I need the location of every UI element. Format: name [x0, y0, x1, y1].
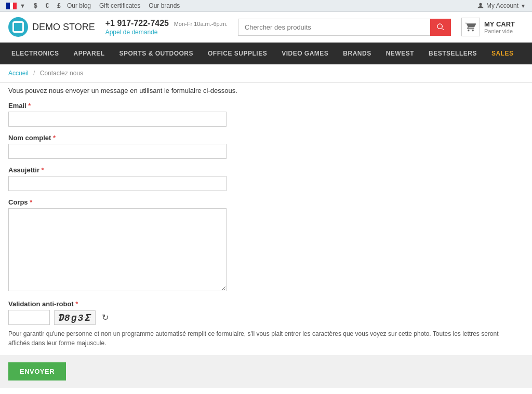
- captcha-image: Ɗ8g3Ʃ: [54, 310, 96, 325]
- captcha-description: Pour garantir qu'une personne et non un …: [8, 329, 517, 348]
- my-account-label: My Account: [486, 2, 518, 9]
- currency-eur[interactable]: €: [44, 2, 51, 9]
- nav-sports[interactable]: SPORTS & OUTDOORS: [112, 43, 201, 64]
- body-textarea[interactable]: [8, 208, 227, 291]
- breadcrumb-current: Contactez nous: [40, 70, 83, 77]
- cart-area[interactable]: MY CART Panier vide: [461, 18, 524, 36]
- top-link-gift[interactable]: Gift certificates: [99, 2, 140, 9]
- cart-icon-box[interactable]: [461, 18, 480, 36]
- top-link-brands[interactable]: Our brands: [149, 2, 180, 9]
- phone-number: +1 917-722-7425: [105, 19, 169, 28]
- body-label: Corps *: [8, 198, 524, 206]
- nom-group: Nom complet *: [8, 134, 524, 159]
- cart-text: MY CART Panier vide: [484, 20, 515, 34]
- top-bar: ▼ $ € £ Our blog Gift certificates Our b…: [0, 0, 532, 12]
- email-group: Email *: [8, 102, 524, 127]
- subject-required: *: [42, 166, 44, 174]
- email-label: Email *: [8, 102, 524, 110]
- cart-icon: [466, 22, 476, 32]
- body-required: *: [30, 198, 32, 206]
- subject-label: Assujettir *: [8, 166, 524, 174]
- captcha-row: Ɗ8g3Ʃ ↻: [8, 310, 524, 325]
- contact-area: +1 917-722-7425 Mon-Fr 10a.m.-6p.m. Appe…: [105, 19, 228, 36]
- captcha-refresh-button[interactable]: ↻: [102, 313, 109, 322]
- call-link[interactable]: Appel de demande: [105, 29, 158, 36]
- logo-area[interactable]: DEMO STORE: [8, 17, 95, 37]
- nav-brands[interactable]: BRANDS: [336, 43, 378, 64]
- user-icon: [477, 2, 484, 9]
- subject-input[interactable]: [8, 176, 227, 191]
- currency-selector[interactable]: $ € £: [32, 2, 63, 9]
- phone-line: +1 917-722-7425 Mon-Fr 10a.m.-6p.m.: [105, 19, 228, 28]
- captcha-label: Validation anti-robot *: [8, 300, 524, 308]
- captcha-required: *: [75, 300, 78, 308]
- phone-hours: Mon-Fr 10a.m.-6p.m.: [174, 21, 228, 27]
- nav-electronics[interactable]: ELECTRONICS: [4, 43, 66, 64]
- nav-bar: ELECTRONICS APPAREL SPORTS & OUTDOORS OF…: [0, 43, 532, 64]
- logo-text: DEMO STORE: [32, 22, 95, 33]
- nav-newest[interactable]: NEWEST: [379, 43, 421, 64]
- search-icon: [436, 23, 445, 31]
- search-area: [238, 19, 451, 36]
- nav-sales[interactable]: SALES: [484, 43, 521, 64]
- captcha-input[interactable]: [8, 310, 50, 325]
- header: DEMO STORE +1 917-722-7425 Mon-Fr 10a.m.…: [0, 12, 532, 43]
- nav-office[interactable]: OFFICE SUPPLIES: [201, 43, 274, 64]
- currency-usd[interactable]: $: [32, 2, 39, 9]
- nom-required: *: [53, 134, 56, 142]
- top-link-blog[interactable]: Our blog: [67, 2, 91, 9]
- form-intro: Vous pouvez nous envoyer un message en u…: [8, 87, 524, 94]
- search-input[interactable]: [238, 19, 430, 36]
- email-input[interactable]: [8, 112, 227, 127]
- cart-subtitle: Panier vide: [484, 28, 515, 34]
- my-account-button[interactable]: My Account ▼: [477, 2, 526, 9]
- submit-button[interactable]: ENVOYER: [8, 362, 66, 381]
- nom-label: Nom complet *: [8, 134, 524, 142]
- captcha-area: Validation anti-robot * Ɗ8g3Ʃ ↻ Pour gar…: [8, 300, 524, 348]
- breadcrumb-home[interactable]: Accueil: [8, 70, 29, 77]
- account-dropdown-arrow: ▼: [521, 3, 526, 9]
- logo-demo: DEMO: [32, 22, 60, 32]
- search-button[interactable]: [430, 19, 451, 36]
- top-links: Our blog Gift certificates Our brands: [67, 2, 180, 9]
- body-group: Corps *: [8, 198, 524, 293]
- logo-store: STORE: [60, 22, 95, 32]
- breadcrumb: Accueil / Contactez nous: [0, 64, 532, 82]
- email-required: *: [28, 102, 31, 110]
- nav-bestsellers[interactable]: BESTSELLERS: [421, 43, 484, 64]
- submit-area: ENVOYER: [0, 355, 532, 388]
- nav-videogames[interactable]: VIDEO GAMES: [274, 43, 336, 64]
- flag-france[interactable]: [6, 3, 17, 9]
- cart-title: MY CART: [484, 20, 515, 28]
- main-content: Vous pouvez nous envoyer un message en u…: [0, 83, 532, 388]
- nav-apparel[interactable]: APPAREL: [66, 43, 112, 64]
- logo-icon: [8, 17, 28, 37]
- flag-language-selector[interactable]: ▼: [6, 3, 25, 9]
- logo-icon-inner: [12, 21, 24, 33]
- nom-input[interactable]: [8, 144, 227, 159]
- breadcrumb-separator: /: [33, 70, 35, 77]
- subject-group: Assujettir *: [8, 166, 524, 191]
- currency-gbp[interactable]: £: [55, 2, 63, 9]
